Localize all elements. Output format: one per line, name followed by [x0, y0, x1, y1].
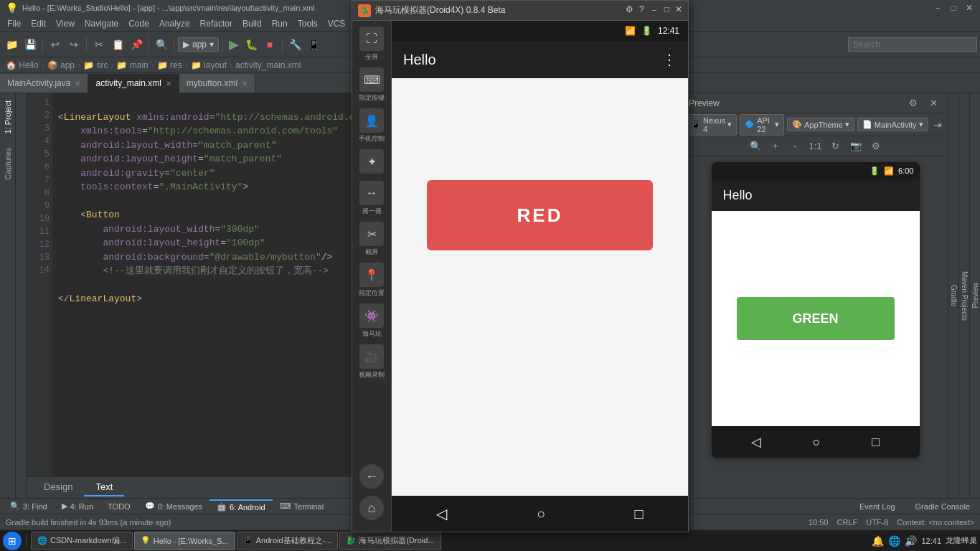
menu-tools[interactable]: Tools — [293, 17, 322, 30]
preview-side-label[interactable]: Preview — [970, 277, 981, 314]
emulator-settings-btn[interactable]: ⚙ — [626, 4, 633, 17]
debug-button[interactable]: 🐛 — [242, 36, 260, 53]
preview-zoom-out[interactable]: - — [788, 138, 804, 154]
emulator-close-btn[interactable]: ✕ — [675, 4, 682, 17]
toolbar-redo-btn[interactable]: ↪ — [65, 36, 83, 53]
menu-file[interactable]: File — [3, 17, 25, 30]
emulator-resize-btn[interactable]: □ — [664, 4, 669, 17]
emulator-fullscreen-btn[interactable]: ⛶ 全屏 — [359, 27, 384, 62]
nav-back-icon[interactable]: ◁ — [751, 434, 761, 450]
app-selector[interactable]: ▶ app ▾ — [178, 37, 219, 52]
maven-label[interactable]: Maven Projects — [959, 265, 970, 326]
breadcrumb-app[interactable]: 📦 app — [47, 60, 75, 70]
nav-home-icon[interactable]: ○ — [813, 435, 821, 450]
toolbar-paste-btn[interactable]: 📌 — [128, 36, 145, 53]
emu-nav-back[interactable]: ◁ — [436, 505, 447, 522]
toolbar-copy-btn[interactable]: 📋 — [109, 36, 126, 53]
emulator-help-btn[interactable]: ? — [639, 4, 644, 17]
bottom-tab-messages[interactable]: 💬 0: Messages — [138, 500, 209, 512]
breadcrumb-res[interactable]: 📁 res — [157, 60, 182, 70]
menu-navigate[interactable]: Navigate — [80, 17, 123, 30]
emulator-gesture-btn[interactable]: ✦ — [359, 149, 384, 175]
stop-button[interactable]: ■ — [261, 36, 278, 53]
emu-overflow-menu[interactable]: ⋮ — [662, 51, 677, 68]
preview-settings-btn[interactable]: ⚙ — [905, 95, 922, 112]
menu-view[interactable]: View — [52, 17, 79, 30]
design-tab-design[interactable]: Design — [32, 479, 84, 496]
vertical-tab-captures[interactable]: Captures — [1, 141, 14, 187]
emu-red-button[interactable]: RED — [427, 180, 653, 250]
emu-nav-home[interactable]: ○ — [537, 506, 545, 522]
emulator-record-btn[interactable]: 🎥 视频录制 — [359, 344, 385, 380]
emulator-minimize-btn[interactable]: － — [650, 4, 659, 17]
toolbar-undo-btn[interactable]: ↩ — [47, 36, 64, 53]
sdk-manager-btn[interactable]: 🔧 — [286, 36, 303, 53]
toolbar-search-input[interactable] — [848, 37, 977, 52]
menu-analyze[interactable]: Analyze — [155, 17, 194, 30]
run-button[interactable]: ▶ — [227, 37, 241, 52]
preview-expand-btn[interactable]: ⇥ — [931, 116, 945, 133]
bottom-tab-find[interactable]: 🔍 3: Find — [3, 500, 55, 512]
preview-activity-selector[interactable]: 📄 MainActivity ▾ — [857, 118, 928, 131]
taskbar-android-btn[interactable]: 📱 Android基础教程之-... — [237, 532, 339, 550]
bottom-tab-run[interactable]: ▶ 4: Run — [55, 500, 100, 512]
bottom-tab-event-log[interactable]: Event Log — [852, 501, 903, 512]
menu-refactor[interactable]: Refactor — [196, 17, 237, 30]
emulator-haimaplay-btn[interactable]: 👾 海马玩 — [359, 303, 384, 339]
tab-mainactivity-close[interactable]: ✕ — [75, 80, 80, 88]
minimize-button[interactable]: － — [933, 3, 943, 13]
maximize-button[interactable]: □ — [948, 3, 958, 13]
emulator-home-btn[interactable]: ⌂ — [359, 496, 384, 520]
tab-activity-main-close[interactable]: ✕ — [166, 80, 171, 88]
menu-build[interactable]: Build — [238, 17, 266, 30]
emulator-back-btn[interactable]: ← — [359, 464, 384, 489]
preview-zoom-fit[interactable]: 🔍 — [748, 138, 763, 154]
emulator-screenshot-btn[interactable]: ✂ 截屏 — [359, 222, 384, 257]
design-tab-text[interactable]: Text — [84, 479, 124, 496]
preview-green-button[interactable]: GREEN — [737, 297, 895, 340]
close-button[interactable]: ✕ — [964, 3, 974, 13]
emulator-phone-ctrl-btn[interactable]: 👤 手机控制 — [359, 108, 385, 143]
bottom-tab-terminal[interactable]: ⌨ Terminal — [273, 500, 331, 512]
preview-refresh[interactable]: ↻ — [828, 138, 844, 154]
preview-api-selector[interactable]: 🔷 API 22 ▾ — [740, 114, 784, 136]
toolbar-open-btn[interactable]: 📁 — [3, 36, 20, 53]
tab-mybutton[interactable]: mybutton.xml ✕ — [179, 74, 255, 93]
bottom-tab-gradle-console[interactable]: Gradle Console — [908, 501, 977, 512]
preview-settings-small[interactable]: ⚙ — [868, 138, 884, 154]
toolbar-search-btn[interactable]: 🔍 — [153, 36, 170, 53]
breadcrumb-src[interactable]: 📁 src — [83, 60, 108, 70]
preview-zoom-actual[interactable]: 1:1 — [808, 138, 824, 154]
menu-run[interactable]: Run — [268, 17, 292, 30]
emulator-shake-btn[interactable]: ↔ 摇一摇 — [359, 181, 384, 216]
bottom-tab-android[interactable]: 🤖 6: Android — [209, 499, 273, 513]
preview-zoom-in[interactable]: + — [768, 138, 783, 154]
breadcrumb-layout[interactable]: 📁 layout — [191, 60, 227, 70]
taskbar-notification-icon[interactable]: 🔔 — [872, 535, 884, 547]
preview-screenshot[interactable]: 📷 — [848, 138, 864, 154]
nav-recents-icon[interactable]: □ — [872, 435, 880, 450]
bottom-tab-todo[interactable]: TODO — [100, 501, 138, 512]
emulator-keymap-btn[interactable]: ⌨ 指定按键 — [359, 67, 385, 103]
toolbar-save-btn[interactable]: 💾 — [22, 36, 39, 53]
preview-theme-selector[interactable]: 🎨 AppTheme ▾ — [787, 118, 854, 131]
tab-mainactivity[interactable]: MainActivity.java ✕ — [0, 74, 88, 93]
vertical-tab-project[interactable]: 1: Project — [1, 93, 14, 141]
preview-device-selector[interactable]: 📱 Nexus 4 ▾ — [686, 114, 737, 136]
breadcrumb-hello[interactable]: 🏠 Hello — [6, 60, 39, 70]
taskbar-volume-icon[interactable]: 🔊 — [905, 535, 917, 547]
menu-edit[interactable]: Edit — [27, 17, 50, 30]
tab-activity-main[interactable]: activity_main.xml ✕ — [88, 74, 179, 93]
emulator-location-btn[interactable]: 📍 指定位置 — [359, 263, 385, 298]
breadcrumb-file[interactable]: activity_main.xml — [235, 60, 301, 70]
menu-code[interactable]: Code — [124, 17, 154, 30]
taskbar-hello-btn[interactable]: 💡 Hello - [E:\Works_S... — [134, 532, 235, 550]
taskbar-csdn-btn[interactable]: 🌐 CSDN-markdown编... — [31, 532, 133, 550]
preview-close-btn[interactable]: ✕ — [925, 95, 942, 112]
breadcrumb-main[interactable]: 📁 main — [116, 60, 148, 70]
gradle-label[interactable]: Gradle — [948, 279, 959, 312]
toolbar-cut-btn[interactable]: ✂ — [90, 36, 108, 53]
avd-manager-btn[interactable]: 📱 — [305, 36, 322, 53]
emu-nav-recents[interactable]: □ — [635, 506, 644, 522]
taskbar-emulator-btn[interactable]: 🐉 海马玩模拟器(Droid... — [339, 532, 440, 550]
